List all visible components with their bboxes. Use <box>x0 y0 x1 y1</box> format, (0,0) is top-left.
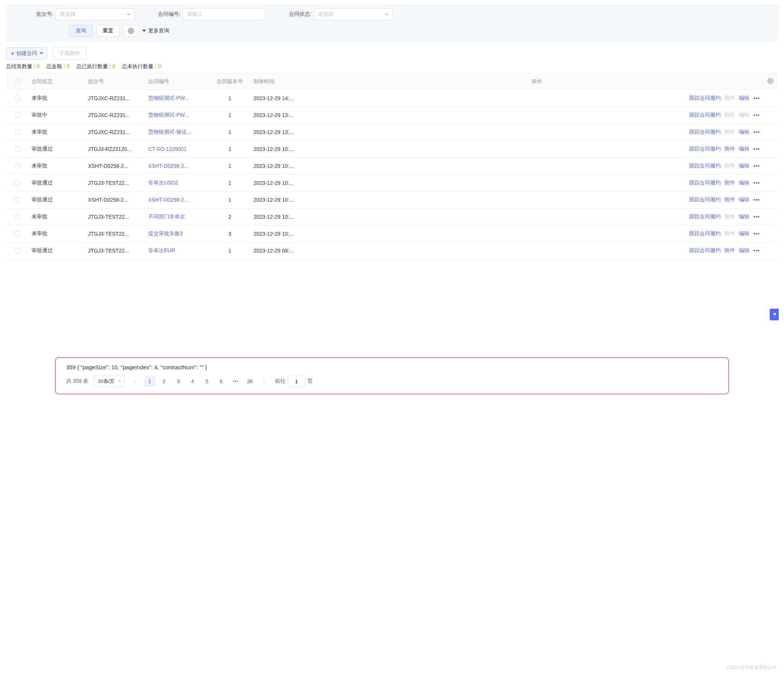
more-query-toggle[interactable]: 更多查询 <box>142 28 169 34</box>
cell-batch: XSHT-D0258-2... <box>85 197 145 203</box>
col-time: 制单时间 <box>250 78 311 85</box>
op-edit[interactable]: 编辑 <box>739 95 750 101</box>
cell-version: 3 <box>209 231 250 237</box>
op-more[interactable]: ••• <box>753 231 760 237</box>
op-track[interactable]: 跟踪合同履约 <box>689 179 721 186</box>
row-checkbox[interactable] <box>15 112 20 118</box>
op-attach: 附件 <box>725 213 735 220</box>
op-edit[interactable]: 编辑 <box>739 196 750 203</box>
cell-contract-no[interactable]: XSHT-D0258-2... <box>145 197 209 203</box>
op-edit[interactable]: 编辑 <box>739 163 750 169</box>
op-track[interactable]: 跟踪合同履约 <box>689 146 721 153</box>
cell-version: 1 <box>209 129 250 135</box>
prev-page-button[interactable]: ‹ <box>130 375 141 387</box>
op-track[interactable]: 跟踪合同履约 <box>689 213 721 220</box>
cell-contract-no[interactable]: 货物组测试-验证... <box>145 129 209 136</box>
op-edit[interactable]: 编辑 <box>739 231 750 237</box>
page-button[interactable]: 36 <box>244 375 255 387</box>
cell-contract-no[interactable]: 提交审批失败3 <box>145 231 209 237</box>
op-more[interactable]: ••• <box>753 146 760 152</box>
table-row: 审批通过 JTGJ3-TEST22... 非单次USD2 1 2023-12-2… <box>6 174 778 192</box>
row-checkbox[interactable] <box>15 248 20 253</box>
cell-time: 2023-12-29 14:... <box>250 95 311 101</box>
reset-button[interactable]: 重置 <box>96 25 120 37</box>
cell-status: 未审批 <box>29 213 85 220</box>
col-contract-no: 合同编号 <box>145 78 209 85</box>
batch-select[interactable]: 请选择 <box>56 8 135 20</box>
query-button[interactable]: 查询 <box>69 25 93 37</box>
row-checkbox[interactable] <box>15 164 20 168</box>
cell-contract-no[interactable]: 货物组测试-PW... <box>145 95 209 101</box>
next-page-button[interactable]: › <box>258 375 270 387</box>
jump-input[interactable] <box>288 375 305 387</box>
page-button[interactable]: 3 <box>173 375 184 387</box>
op-edit[interactable]: 编辑 <box>739 213 750 220</box>
pagination-debug-box: 359 { "pageSize": 10, "pageIndex": 4, "c… <box>55 357 729 394</box>
contract-status-select[interactable]: 请选择 <box>314 8 393 20</box>
op-edit[interactable]: 编辑 <box>739 146 750 153</box>
op-edit[interactable]: 编辑 <box>739 247 750 254</box>
op-attach[interactable]: 附件 <box>725 196 735 203</box>
cell-batch: JTGJ3-RZ23120... <box>85 146 145 152</box>
op-more[interactable]: ••• <box>753 95 760 101</box>
row-checkbox[interactable] <box>15 96 20 101</box>
row-checkbox[interactable] <box>15 146 20 152</box>
cell-contract-no[interactable]: 非单次EUR <box>145 247 209 254</box>
op-track[interactable]: 跟踪合同履约 <box>689 95 721 101</box>
op-more[interactable]: ••• <box>753 180 760 186</box>
cell-version: 1 <box>209 95 250 101</box>
op-more[interactable]: ••• <box>753 129 760 135</box>
op-more[interactable]: ••• <box>753 214 760 220</box>
row-checkbox[interactable] <box>15 197 20 203</box>
op-track[interactable]: 跟踪合同履约 <box>689 163 721 169</box>
op-attach: 附件 <box>725 163 735 169</box>
op-track[interactable]: 跟踪合同履约 <box>689 247 721 254</box>
op-attach[interactable]: 附件 <box>725 179 735 186</box>
op-attach[interactable]: 附件 <box>725 146 735 153</box>
cell-contract-no[interactable]: 不同部门非单次 <box>145 213 209 220</box>
page-ellipsis[interactable]: ••• <box>230 375 241 387</box>
op-more[interactable]: ••• <box>753 163 760 169</box>
table-row: 未审批 JTGJXC-RZ231... 货物组测试-验证... 1 2023-1… <box>6 124 778 141</box>
page-button[interactable]: 2 <box>159 375 170 387</box>
op-attach[interactable]: 附件 <box>725 247 735 254</box>
op-track[interactable]: 跟踪合同履约 <box>689 231 721 237</box>
contract-no-input[interactable]: 请输入 <box>183 8 266 20</box>
op-edit[interactable]: 编辑 <box>739 129 750 136</box>
cell-contract-no[interactable]: CT-SO-1229001 <box>145 146 209 152</box>
page-button[interactable]: 4 <box>187 375 198 387</box>
op-edit[interactable]: 编辑 <box>739 179 750 186</box>
cell-time: 2023-12-29 13:... <box>250 129 311 135</box>
op-more[interactable]: ••• <box>753 197 760 203</box>
op-attach: 附件 <box>725 129 735 136</box>
task-queue-panel[interactable]: ◀ 任务队列 <box>770 308 779 320</box>
page-size-select[interactable]: 10条/页 <box>94 375 124 387</box>
row-checkbox[interactable] <box>15 180 20 185</box>
op-attach: 附件 <box>725 231 735 237</box>
jump-prefix: 前往 <box>275 378 286 385</box>
cell-contract-no[interactable]: 货物组测试-PW... <box>145 112 209 118</box>
page-button[interactable]: 5 <box>201 375 213 387</box>
op-more[interactable]: ••• <box>753 112 760 118</box>
column-settings-icon[interactable] <box>767 79 773 85</box>
cell-version: 1 <box>209 197 250 203</box>
select-all-checkbox[interactable] <box>15 79 20 84</box>
cell-batch: JTGJXC-RZ231... <box>85 129 145 135</box>
cell-batch: JTGJXC-RZ231... <box>85 95 145 101</box>
op-track[interactable]: 跟踪合同履约 <box>689 112 721 118</box>
create-contract-button[interactable]: + 创建合同 <box>6 47 47 59</box>
cell-batch: JTGJ3-TEST22... <box>85 180 145 186</box>
cell-contract-no[interactable]: XSHT-D0258-2... <box>145 163 209 169</box>
cell-status: 审批中 <box>29 112 85 118</box>
op-track[interactable]: 跟踪合同履约 <box>689 196 721 203</box>
page-button[interactable]: 6 <box>216 375 227 387</box>
op-more[interactable]: ••• <box>753 248 760 254</box>
row-checkbox[interactable] <box>15 129 20 135</box>
download-attachment-button[interactable]: 下载附件 <box>53 47 87 59</box>
cell-contract-no[interactable]: 非单次USD2 <box>145 179 209 186</box>
op-track[interactable]: 跟踪合同履约 <box>689 129 721 136</box>
row-checkbox[interactable] <box>15 214 20 220</box>
row-checkbox[interactable] <box>15 231 20 236</box>
page-button[interactable]: 1 <box>144 375 156 387</box>
settings-button[interactable] <box>123 25 138 37</box>
